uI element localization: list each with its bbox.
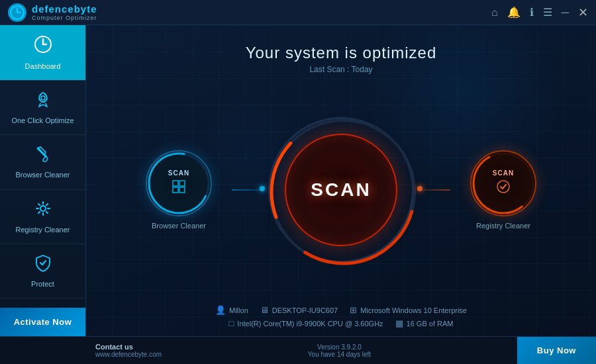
footer-version: Version 3.9.2.0 You have 14 days left xyxy=(308,343,371,358)
windows-icon: ⊞ xyxy=(350,305,357,315)
shield-icon xyxy=(34,253,52,276)
info-row-1: 👤 Millon 🖥 DESKTOP-IU9C607 ⊞ Microsoft W… xyxy=(215,305,467,315)
browser-scan-panel: SCAN Browser Cleaner xyxy=(146,150,212,230)
svg-point-3 xyxy=(40,206,46,211)
main-layout: Dashboard One Click Optimize Browser xyxy=(0,25,596,336)
ram-icon: ▦ xyxy=(395,318,403,328)
logo-subtitle: Computer Optimizer xyxy=(32,15,97,21)
contact-url: www.defencebyte.com xyxy=(95,351,162,358)
sidebar-item-one-click[interactable]: One Click Optimize xyxy=(0,81,85,135)
browser-scan-ring[interactable]: SCAN xyxy=(146,150,212,216)
header-subtitle: Last Scan : Today xyxy=(86,65,596,74)
user-name: Millon xyxy=(229,306,248,314)
scan-ring-outer: SCAN xyxy=(268,117,414,263)
scan-area: SCAN Browser Cleaner xyxy=(86,81,596,298)
bell-icon[interactable]: 🔔 xyxy=(507,6,521,19)
desktop-name: DESKTOP-IU9C607 xyxy=(272,306,338,314)
info-row-2: □ Intel(R) Core(TM) i9-9900K CPU @ 3.60G… xyxy=(228,318,453,328)
right-connector xyxy=(417,189,450,191)
minimize-icon[interactable]: ─ xyxy=(562,7,569,19)
os-name: Microsoft Windows 10 Enterprise xyxy=(360,306,467,314)
titlebar-controls: ⌂ 🔔 ℹ ☰ ─ ✕ xyxy=(491,5,588,20)
header-section: Your system is optimized Last Scan : Tod… xyxy=(86,25,596,81)
ram-info: ▦ 16 GB of RAM xyxy=(395,318,454,328)
info-icon[interactable]: ℹ xyxy=(530,6,534,19)
svg-point-2 xyxy=(41,96,45,100)
logo-icon xyxy=(8,3,26,22)
browser-ring-svg xyxy=(146,150,212,216)
sidebar-label-protect: Protect xyxy=(31,280,54,289)
cpu-icon: □ xyxy=(228,318,234,328)
footer: Contact us www.defencebyte.com Version 3… xyxy=(0,336,596,364)
os-info: ⊞ Microsoft Windows 10 Enterprise xyxy=(350,305,467,315)
footer-contact: Contact us www.defencebyte.com xyxy=(86,343,162,358)
browser-cleaner-label: Browser Cleaner xyxy=(152,222,206,230)
gear-icon xyxy=(34,199,52,222)
rocket-icon xyxy=(34,90,52,113)
registry-cleaner-label: Registry Cleaner xyxy=(476,222,530,230)
registry-scan-ring[interactable]: SCAN xyxy=(470,150,536,216)
logo-text: defencebyte Computer Optimizer xyxy=(32,3,97,21)
titlebar: defencebyte Computer Optimizer ⌂ 🔔 ℹ ☰ ─… xyxy=(0,0,596,25)
user-info: 👤 Millon xyxy=(215,305,248,315)
home-icon[interactable]: ⌂ xyxy=(491,7,498,19)
monitor-icon: 🖥 xyxy=(260,305,269,315)
sidebar-label-registry: Registry Cleaner xyxy=(16,226,70,234)
brush-icon xyxy=(34,144,52,167)
scan-ring-svg xyxy=(268,117,418,267)
center-scan[interactable]: SCAN xyxy=(268,117,414,263)
days-left-text: You have 14 days left xyxy=(308,351,371,358)
registry-scan-panel: SCAN Registry Cleaner xyxy=(470,150,536,230)
sidebar-item-browser[interactable]: Browser Cleaner xyxy=(0,135,85,189)
sidebar-item-dashboard[interactable]: Dashboard xyxy=(0,25,85,81)
sidebar-label-browser: Browser Cleaner xyxy=(16,171,70,179)
desktop-info: 🖥 DESKTOP-IU9C607 xyxy=(260,305,338,315)
user-icon: 👤 xyxy=(215,305,226,315)
sidebar-item-protect[interactable]: Protect xyxy=(0,244,85,298)
logo-name: defencebyte xyxy=(32,3,97,15)
system-info: 👤 Millon 🖥 DESKTOP-IU9C607 ⊞ Microsoft W… xyxy=(86,298,596,336)
sidebar-label-dashboard: Dashboard xyxy=(25,62,61,71)
app-logo: defencebyte Computer Optimizer xyxy=(8,3,97,22)
dashboard-icon xyxy=(33,34,53,58)
header-title: Your system is optimized xyxy=(86,44,596,62)
buy-button[interactable]: Buy Now xyxy=(517,337,596,364)
menu-icon[interactable]: ☰ xyxy=(543,6,552,19)
sidebar-item-registry[interactable]: Registry Cleaner xyxy=(0,190,85,244)
left-connector xyxy=(232,189,265,191)
content-area: Your system is optimized Last Scan : Tod… xyxy=(86,25,596,336)
activate-button[interactable]: Activate Now xyxy=(0,308,85,336)
cpu-name: Intel(R) Core(TM) i9-9900K CPU @ 3.60GHz xyxy=(237,320,383,328)
version-text: Version 3.9.2.0 xyxy=(317,343,362,351)
sidebar-label-one-click: One Click Optimize xyxy=(11,116,74,125)
registry-ring-svg xyxy=(470,150,536,216)
contact-title: Contact us xyxy=(95,343,162,351)
cpu-info: □ Intel(R) Core(TM) i9-9900K CPU @ 3.60G… xyxy=(228,318,383,328)
close-icon[interactable]: ✕ xyxy=(578,5,588,20)
sidebar: Dashboard One Click Optimize Browser xyxy=(0,25,86,336)
ram-amount: 16 GB of RAM xyxy=(407,320,454,328)
